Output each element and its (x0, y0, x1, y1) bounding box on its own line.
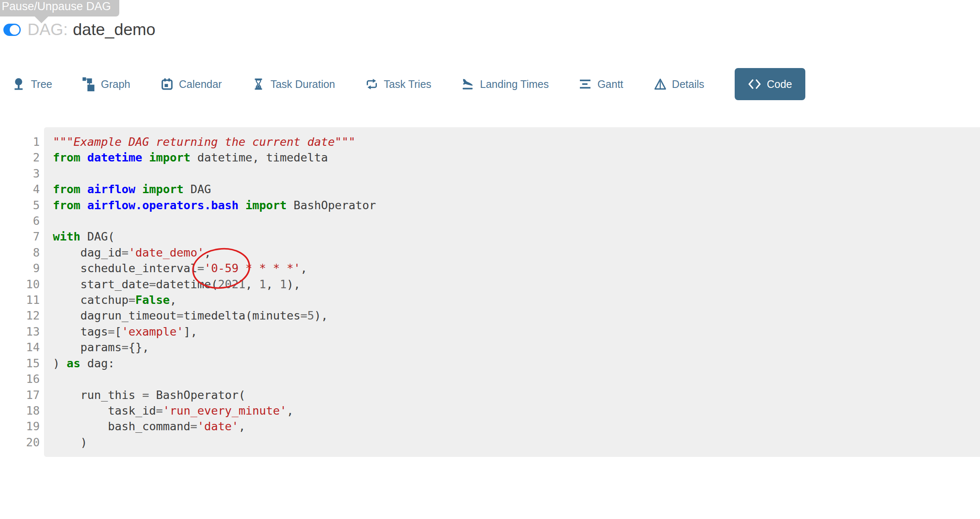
code-line: ) as dag: (53, 355, 976, 371)
code-line: catchup=False, (53, 292, 976, 308)
dag-pause-toggle[interactable] (3, 24, 21, 36)
tab-task-duration[interactable]: Task Duration (252, 78, 335, 90)
hourglass-icon (252, 78, 265, 90)
code-line: tags=['example'], (53, 324, 976, 339)
line-number: 5 (0, 197, 40, 213)
tab-label: Code (767, 78, 792, 90)
pause-unpause-tooltip: Pause/Unpause DAG (0, 0, 119, 16)
tab-label: Tree (31, 78, 52, 90)
tab-gantt[interactable]: Gantt (579, 78, 623, 90)
plane-landing-icon (462, 78, 475, 90)
tab-label: Landing Times (480, 78, 549, 90)
code-line: with DAG( (53, 229, 976, 244)
line-number: 3 (0, 166, 40, 181)
line-number: 19 (0, 418, 40, 434)
line-number: 16 (0, 371, 40, 387)
code-line: start_date=datetime(2021, 1, 1), (53, 276, 976, 292)
tab-bar: TreeGraphCalendarTask DurationTask Tries… (13, 68, 967, 101)
gantt-bars-icon (579, 78, 592, 90)
dag-name: date_demo (73, 20, 155, 39)
tab-label: Details (672, 78, 704, 90)
line-number: 1 (0, 134, 40, 150)
line-number: 7 (0, 229, 40, 244)
code-line: dag_id='date_demo', (53, 245, 976, 260)
tab-calendar[interactable]: Calendar (161, 78, 222, 90)
graph-nodes-icon (82, 77, 95, 91)
line-number: 18 (0, 403, 40, 418)
tooltip-arrow (35, 16, 48, 23)
code-line: from airflow.operators.bash import BashO… (53, 197, 976, 213)
line-number: 10 (0, 276, 40, 292)
tab-code[interactable]: Code (735, 68, 805, 100)
line-number: 11 (0, 292, 40, 308)
line-number: 8 (0, 245, 40, 260)
line-number: 14 (0, 339, 40, 355)
code-line: bash_command='date', (53, 418, 976, 434)
tab-landing-times[interactable]: Landing Times (462, 78, 549, 90)
line-number: 6 (0, 213, 40, 229)
code-line: """Example DAG returning the current dat… (53, 134, 976, 150)
tab-tree[interactable]: Tree (13, 78, 52, 90)
code-line: from datetime import datetime, timedelta (53, 150, 976, 165)
line-number: 4 (0, 181, 40, 197)
code-line: schedule_interval='0-59 * * * *', (53, 260, 976, 276)
repeat-arrows-icon (365, 78, 378, 90)
code-line: task_id='run_every_minute', (53, 403, 976, 418)
tab-label: Graph (101, 78, 130, 90)
tree-pin-icon (13, 78, 25, 90)
dag-code-view: 1234567891011121314151617181920 """Examp… (0, 127, 980, 457)
toggle-knob (10, 25, 19, 35)
code-area: """Example DAG returning the current dat… (44, 127, 980, 457)
code-line: from airflow import DAG (53, 181, 976, 197)
line-number: 9 (0, 260, 40, 276)
line-number: 12 (0, 308, 40, 323)
code-line (53, 213, 976, 229)
dag-header: DAG: date_demo (3, 20, 156, 39)
line-number-gutter: 1234567891011121314151617181920 (0, 127, 44, 457)
tab-label: Task Tries (384, 78, 431, 90)
code-line (53, 166, 976, 181)
line-number: 17 (0, 387, 40, 403)
tab-label: Gantt (597, 78, 623, 90)
calendar-icon (161, 78, 173, 90)
tab-label: Calendar (179, 78, 222, 90)
tab-task-tries[interactable]: Task Tries (365, 78, 431, 90)
line-number: 15 (0, 355, 40, 371)
triangle-icon (654, 78, 667, 90)
tooltip-text: Pause/Unpause DAG (2, 0, 111, 13)
code-line: ) (53, 434, 976, 450)
code-line: dagrun_timeout=timedelta(minutes=5), (53, 308, 976, 323)
code-line: params={}, (53, 339, 976, 355)
tab-graph[interactable]: Graph (82, 77, 130, 91)
tab-details[interactable]: Details (654, 78, 704, 90)
line-number: 13 (0, 324, 40, 339)
line-number: 20 (0, 434, 40, 450)
code-line (53, 371, 976, 387)
code-line: run_this = BashOperator( (53, 387, 976, 403)
tab-label: Task Duration (270, 78, 335, 90)
line-number: 2 (0, 150, 40, 165)
code-brackets-icon (748, 79, 761, 90)
